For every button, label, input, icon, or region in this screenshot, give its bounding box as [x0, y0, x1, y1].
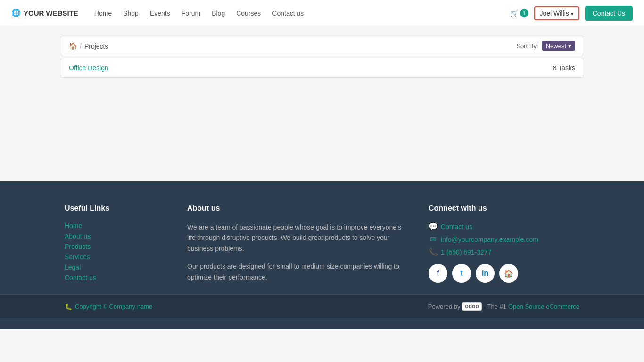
footer-link-home[interactable]: Home [65, 222, 82, 230]
cart-icon: 🛒 [510, 9, 518, 17]
connect-title: Connect with us [429, 204, 579, 213]
footer-links-list: Home About us Products Services Legal Co… [65, 222, 168, 281]
chat-icon: 💬 [429, 222, 437, 231]
nav-shop[interactable]: Shop [118, 7, 143, 20]
chevron-down-icon [571, 9, 574, 17]
chevron-down-icon: ▾ [568, 42, 571, 49]
connect-contact: 💬 Contact us [429, 222, 579, 231]
nav-home[interactable]: Home [90, 7, 116, 20]
nav-contact[interactable]: Contact us [267, 7, 308, 20]
powered-label: Powered by [428, 303, 461, 310]
brand-name: YOUR WEBSITE [24, 9, 78, 17]
social-row: f t in 🏠 [429, 264, 579, 283]
powered-by: Powered by odoo - The #1 Open Source eCo… [428, 302, 579, 311]
footer-about: About us We are a team of passionate peo… [187, 204, 410, 283]
useful-links-title: Useful Links [65, 204, 168, 213]
user-name: Joel Willis [540, 9, 569, 17]
email-icon: ✉ [429, 235, 437, 244]
powered-suffix: - The #1 [484, 303, 506, 310]
cart-badge: 1 [520, 9, 528, 17]
contact-us-button[interactable]: Contact Us [585, 6, 633, 21]
odoo-badge: odoo [462, 302, 481, 311]
bug-icon: 🐛 [65, 303, 72, 310]
nav-courses[interactable]: Courses [231, 7, 265, 20]
social-twitter[interactable]: t [452, 264, 471, 283]
breadcrumb-bar: 🏠 / Projects Sort By: Newest ▾ [61, 36, 583, 56]
connect-phone: 📞 1 (650) 691-3277 [429, 247, 579, 256]
about-para-2: Our products are designed for small to m… [187, 261, 410, 282]
footer-link-legal[interactable]: Legal [65, 263, 81, 271]
nav-events[interactable]: Events [145, 7, 175, 20]
nav-forum[interactable]: Forum [177, 7, 205, 20]
footer-link-about[interactable]: About us [65, 232, 91, 240]
breadcrumb: 🏠 / Projects [69, 42, 108, 50]
about-para-1: We are a team of passionate people whose… [187, 222, 410, 254]
footer-bottom-inner: 🐛 Copyright © Company name Powered by od… [53, 302, 591, 311]
main-area: 🏠 / Projects Sort By: Newest ▾ Office De… [0, 36, 644, 172]
home-icon: 🏠 [69, 42, 77, 50]
sort-label: Sort By: [516, 42, 538, 49]
connect-email-link[interactable]: info@yourcompany.example.com [441, 236, 538, 243]
breadcrumb-current: Projects [84, 42, 108, 50]
about-text: We are a team of passionate people whose… [187, 222, 410, 282]
social-home[interactable]: 🏠 [499, 264, 518, 283]
empty-area [61, 78, 583, 172]
site-footer: Useful Links Home About us Products Serv… [0, 181, 644, 329]
connect-phone-link[interactable]: 1 (650) 691-3277 [441, 248, 491, 256]
footer-useful-links: Useful Links Home About us Products Serv… [65, 204, 168, 283]
copyright-text: Copyright © Company name [75, 303, 152, 310]
social-facebook[interactable]: f [429, 264, 447, 283]
site-header: 🌐 YOUR WEBSITE Home Shop Events Forum Bl… [0, 0, 644, 26]
header-right: 🛒 1 Joel Willis Contact Us [510, 6, 633, 21]
user-menu-button[interactable]: Joel Willis [534, 6, 579, 20]
copyright: 🐛 Copyright © Company name [65, 303, 152, 310]
footer-bottom: 🐛 Copyright © Company name Powered by od… [0, 294, 644, 318]
project-row: Office Design 8 Tasks [61, 58, 583, 78]
phone-icon: 📞 [429, 247, 437, 256]
connect-contact-link[interactable]: Contact us [441, 223, 472, 230]
breadcrumb-separator: / [80, 42, 82, 50]
connect-email: ✉ info@yourcompany.example.com [429, 235, 579, 244]
nav-blog[interactable]: Blog [207, 7, 230, 20]
main-content: 🏠 / Projects Sort By: Newest ▾ Office De… [53, 36, 591, 172]
project-tasks: 8 Tasks [553, 64, 575, 72]
cart-button[interactable]: 🛒 1 [510, 9, 528, 17]
footer-connect: Connect with us 💬 Contact us ✉ info@your… [429, 204, 579, 283]
social-linkedin[interactable]: in [476, 264, 495, 283]
main-nav: Home Shop Events Forum Blog Courses Cont… [90, 7, 510, 20]
sort-bar: Sort By: Newest ▾ [516, 41, 575, 51]
about-title: About us [187, 204, 410, 213]
breadcrumb-home[interactable]: 🏠 [69, 42, 77, 50]
sort-dropdown[interactable]: Newest ▾ [542, 41, 575, 51]
globe-icon: 🌐 [11, 8, 21, 17]
footer-inner: Useful Links Home About us Products Serv… [53, 204, 591, 283]
footer-link-contact[interactable]: Contact us [65, 274, 96, 281]
footer-link-services[interactable]: Services [65, 253, 90, 261]
open-source-link[interactable]: Open Source eCommerce [508, 303, 579, 310]
sort-current: Newest [546, 42, 566, 49]
footer-link-products[interactable]: Products [65, 243, 91, 250]
brand-logo[interactable]: 🌐 YOUR WEBSITE [11, 8, 78, 17]
project-name[interactable]: Office Design [69, 64, 108, 72]
